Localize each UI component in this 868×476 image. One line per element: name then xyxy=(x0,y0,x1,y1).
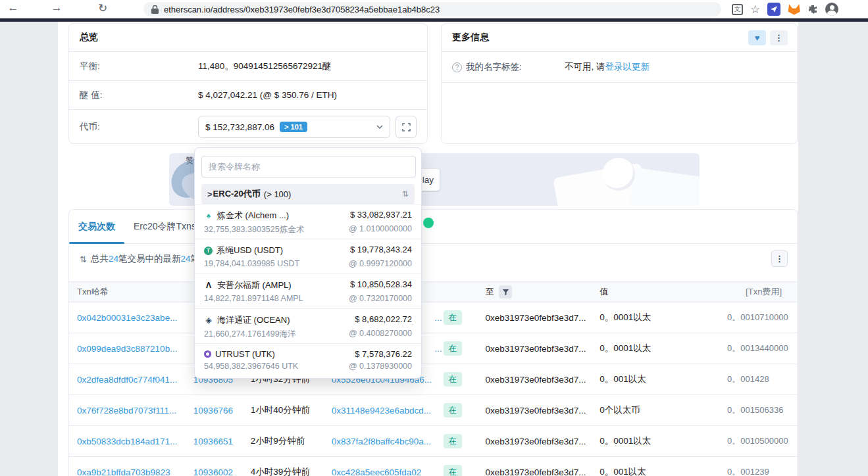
header-txn-fee: [Txn费用] xyxy=(727,286,797,298)
balance-label: 平衡: xyxy=(80,60,198,72)
sort-latest-icon: ⇅ xyxy=(80,254,87,264)
token-amount: 32,755,383.3803525炼金术 xyxy=(204,224,304,235)
address-bar[interactable]: etherscan.io/address/0xeb31973e0febf3e3d… xyxy=(143,2,721,16)
token-search-input[interactable] xyxy=(201,156,416,178)
token-amount: 21,660,274.1761499海洋 xyxy=(204,329,296,340)
to-address: 0xeb31973e0febf3e3d7... xyxy=(485,437,600,446)
token-row: 代币: $ 152,732,887.06 > 101 xyxy=(69,110,427,144)
erc20-group-header[interactable]: > ERC-20代币 (> 100) ⇅ xyxy=(201,184,415,204)
from-address-link[interactable]: ... xyxy=(434,344,442,354)
header-value: 值 xyxy=(600,286,727,298)
txn-hash-link[interactable]: 0x042b00031e3c23abe... xyxy=(77,313,177,323)
metamask-icon[interactable] xyxy=(788,4,800,15)
txn-hash-link[interactable]: 0x099dea9d3c887210b... xyxy=(77,344,177,354)
txn-value: 0。001以太 xyxy=(600,466,727,476)
transactions-card: 交易次数 Erc20令牌Txns ⇅ 总共24笔交易中的最新24笔 ⋮ Txn哈… xyxy=(68,209,798,476)
back-icon[interactable]: ← xyxy=(5,1,21,14)
alchemy-token-icon xyxy=(204,211,213,220)
token-list-item[interactable]: 炼金术 (Alchem ...)$ 33,082,937.21 32,755,3… xyxy=(195,204,421,239)
token-usd-value: $ 7,578,376.22 xyxy=(355,349,412,359)
site-dark-header-strip xyxy=(0,18,868,22)
token-amount: 19,784,041.039985 USDT xyxy=(204,259,299,268)
name-tag-value: 不可用, 请登录以更新 xyxy=(565,61,650,73)
txn-hash-link[interactable]: 0xa9b21bffda703b9823 xyxy=(77,467,170,476)
sponsored-label: 赞 xyxy=(186,155,194,166)
overview-title: 总览 xyxy=(69,24,427,52)
token-list-item[interactable]: 海洋通证 (OCEAN)$ 8,682,022.72 21,660,274.17… xyxy=(195,308,421,343)
tab-erc20-token-txns[interactable]: Erc20令牌Txns xyxy=(124,210,205,243)
block-link[interactable]: 10936766 xyxy=(193,406,233,416)
overview-card: 总览 平衡: 11,480。904914512565672921醚 醚 值: $… xyxy=(68,23,428,144)
more-info-title: 更多信息 xyxy=(442,24,797,52)
page-left-margin xyxy=(0,22,58,476)
token-price: @ 0.4008270000 xyxy=(349,329,412,340)
header-to: 至 xyxy=(485,285,600,298)
from-address-link[interactable]: 0x837fa2f8baffc4bc90a... xyxy=(332,437,431,446)
txn-hash-link[interactable]: 0xb50833dcb184ad171... xyxy=(77,437,177,446)
table-options-kebab-button[interactable]: ⋮ xyxy=(771,250,788,267)
expand-corners-icon xyxy=(402,123,411,131)
token-amount: 54,958,382.3967646 UTK xyxy=(204,362,298,371)
txn-fee: 0。001506336 xyxy=(727,404,797,416)
txn-age: 1小时40分钟前 xyxy=(251,404,332,416)
browser-toolbar: ← → ↻ etherscan.io/address/0xeb31973e0fe… xyxy=(0,0,868,18)
block-link[interactable]: 10936651 xyxy=(193,437,233,446)
from-address-link[interactable]: ... xyxy=(434,313,442,323)
header-txn-hash: Txn哈希 xyxy=(77,286,193,298)
token-usd-value: $ 19,778,343.24 xyxy=(350,245,412,256)
token-total-value: $ 152,732,887.06 xyxy=(205,122,274,132)
token-list-item[interactable]: 安普尔福斯 (AMPL)$ 10,850,528.34 14,822,781.8… xyxy=(195,274,421,308)
ether-value-label: 醚 值: xyxy=(80,89,198,101)
expand-token-view-button[interactable] xyxy=(396,116,417,138)
name-tag-label: 我的名字标签: xyxy=(466,61,565,73)
translate-icon[interactable]: 文 xyxy=(732,4,743,15)
from-address-link[interactable]: 0x31148e9423e6abdcd... xyxy=(332,406,431,416)
extension-pinned-icon[interactable] xyxy=(767,3,780,16)
ampl-token-icon xyxy=(204,281,213,290)
direction-in-badge: 在 xyxy=(444,434,463,449)
from-address-link[interactable]: 0xc428a5eec605fda02 xyxy=(332,467,422,476)
txn-hash-link[interactable]: 0x76f728e8bd7073f111... xyxy=(77,406,176,416)
tab-transactions[interactable]: 交易次数 xyxy=(69,210,124,243)
block-link[interactable]: 10936002 xyxy=(193,467,233,476)
chevron-down-icon xyxy=(376,125,383,129)
token-amount: 14,822,781.8971148 AMPL xyxy=(204,294,303,303)
txn-value: 0个以太币 xyxy=(600,404,727,416)
direction-in-badge: 在 xyxy=(444,465,463,476)
token-price: @ 1.0100000000 xyxy=(349,224,412,235)
favorite-heart-button[interactable]: ♥ xyxy=(748,30,766,45)
utrust-token-icon xyxy=(204,350,211,358)
more-options-kebab-button[interactable]: ⋮ xyxy=(770,30,788,45)
token-holdings-select[interactable]: $ 152,732,887.06 > 101 xyxy=(198,116,390,138)
token-label: 代币: xyxy=(80,121,198,133)
direction-in-badge: 在 xyxy=(444,372,463,387)
ocean-token-icon xyxy=(204,316,213,325)
token-list-item[interactable]: UTRUST (UTK)$ 7,578,376.22 54,958,382.39… xyxy=(195,343,421,378)
usdt-token-icon xyxy=(204,247,213,255)
page-right-margin xyxy=(798,22,868,476)
sort-updown-icon[interactable]: ⇅ xyxy=(402,189,409,199)
table-row: 0xa9b21bffda703b9823 10936002 4小时39分钟前 0… xyxy=(69,457,797,476)
txn-value: 0。0001以太 xyxy=(600,343,727,354)
login-to-update-link[interactable]: 登录以更新 xyxy=(605,62,650,72)
token-price: @ 0.1378930000 xyxy=(349,362,412,371)
table-row: 0xb50833dcb184ad171... 10936651 2小时9分钟前 … xyxy=(69,426,797,457)
refresh-icon[interactable]: ↻ xyxy=(95,1,111,15)
txn-count-latest: 24 xyxy=(180,254,190,264)
token-count-badge: > 101 xyxy=(280,122,307,132)
token-list-item[interactable]: 系绳USD (USDT)$ 19,778,343.24 19,784,041.0… xyxy=(195,239,421,274)
txn-count: 24 xyxy=(109,254,118,264)
profile-avatar-icon[interactable] xyxy=(825,3,838,16)
txn-hash-link[interactable]: 0x2dfea8dfdf0c774f041... xyxy=(77,375,177,385)
txn-summary-line: ⇅ 总共24笔交易中的最新24笔 ⋮ xyxy=(69,244,797,273)
token-price: @ 0.7320170000 xyxy=(349,294,412,303)
table-header-row: Txn哈希 至 值 [Txn费用] xyxy=(69,281,797,302)
token-usd-value: $ 33,082,937.21 xyxy=(350,210,412,222)
txn-value: 0。0001以太 xyxy=(600,435,727,447)
filter-funnel-icon[interactable] xyxy=(499,285,512,298)
bookmark-star-icon[interactable]: ☆ xyxy=(750,4,760,15)
to-address: 0xeb31973e0febf3e3d7... xyxy=(485,375,600,385)
forward-icon[interactable]: → xyxy=(49,1,64,14)
txn-age: 2小时9分钟前 xyxy=(251,435,332,447)
extensions-puzzle-icon[interactable] xyxy=(807,4,818,14)
